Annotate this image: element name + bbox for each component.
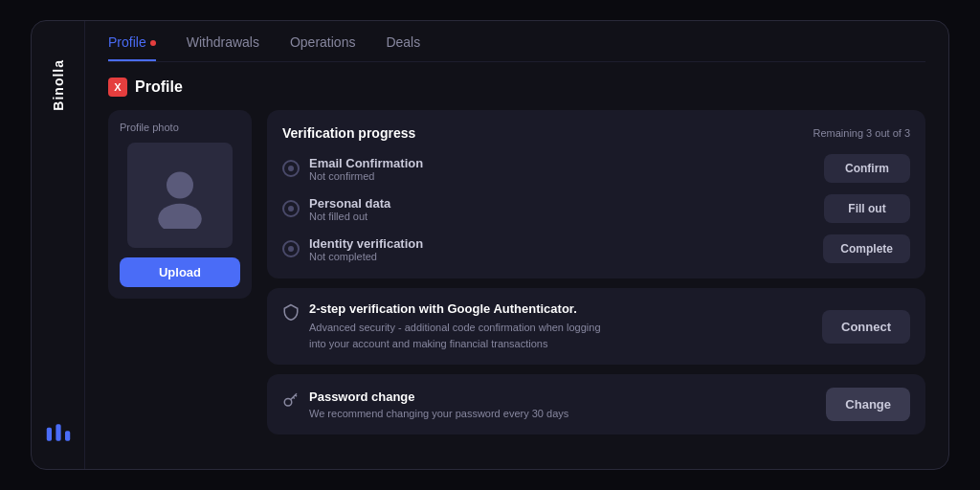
fill-out-button[interactable]: Fill out <box>824 194 910 223</box>
verification-item-identity: Identity verification Not completed Comp… <box>282 234 910 263</box>
svg-point-5 <box>284 399 292 407</box>
verification-item-email: Email Confirmation Not confirmed Confirm <box>282 154 910 183</box>
page-title: Profile <box>135 78 183 96</box>
personal-data-label: Personal data <box>309 196 390 211</box>
verification-item-email-left: Email Confirmation Not confirmed <box>282 156 423 182</box>
verification-card: Verification progress Remaining 3 out of… <box>267 110 925 278</box>
sidebar-brand-icon <box>45 419 72 450</box>
verification-item-identity-text: Identity verification Not completed <box>309 236 423 262</box>
tab-dot <box>150 40 156 46</box>
complete-button[interactable]: Complete <box>823 234 910 263</box>
avatar-placeholder <box>127 143 233 248</box>
tab-withdrawals[interactable]: Withdrawals <box>187 34 259 61</box>
app-name: Binolla <box>51 59 66 111</box>
identity-verification-status: Not completed <box>309 251 423 262</box>
verification-title: Verification progress <box>282 125 415 141</box>
svg-rect-1 <box>56 424 60 441</box>
email-confirmation-status: Not confirmed <box>309 170 423 182</box>
change-password-button[interactable]: Change <box>826 388 910 421</box>
check-circle-personal <box>282 200 300 217</box>
identity-verification-label: Identity verification <box>309 236 423 251</box>
main-content: Profile Withdrawals Operations Deals X P… <box>85 21 948 469</box>
email-confirmation-label: Email Confirmation <box>309 156 423 170</box>
confirm-button[interactable]: Confirm <box>824 154 910 183</box>
tab-operations[interactable]: Operations <box>290 34 355 61</box>
svg-rect-0 <box>46 428 51 441</box>
main-card: Binolla Profile Withdrawals Operations D… <box>31 20 949 470</box>
check-circle-email <box>282 160 300 177</box>
verification-item-identity-left: Identity verification Not completed <box>282 236 423 262</box>
twofa-card: 2-step verification with Google Authenti… <box>267 288 925 365</box>
twofa-left: 2-step verification with Google Authenti… <box>282 301 615 351</box>
twofa-title: 2-step verification with Google Authenti… <box>309 301 615 316</box>
password-description: We recommend changing your password ever… <box>309 408 568 419</box>
password-card: Password change We recommend changing yo… <box>267 374 925 434</box>
key-icon <box>282 391 300 412</box>
twofa-description: Advanced security - additional code conf… <box>309 320 615 351</box>
verification-items: Email Confirmation Not confirmed Confirm <box>282 154 910 263</box>
verification-item-personal-left: Personal data Not filled out <box>282 196 390 222</box>
check-circle-identity <box>282 240 300 257</box>
verification-item-personal: Personal data Not filled out Fill out <box>282 194 910 223</box>
svg-point-4 <box>158 204 202 229</box>
remaining-text: Remaining 3 out of 3 <box>813 127 910 139</box>
content-grid: Profile photo Upload Verification progre <box>108 110 925 454</box>
svg-rect-2 <box>65 431 70 441</box>
upload-button[interactable]: Upload <box>120 257 240 287</box>
tab-profile[interactable]: Profile <box>108 34 156 61</box>
connect-button[interactable]: Connect <box>822 310 910 344</box>
verification-header: Verification progress Remaining 3 out of… <box>282 125 910 141</box>
password-text: Password change We recommend changing yo… <box>309 390 568 419</box>
page-title-row: X Profile <box>108 78 925 97</box>
left-column: Profile photo Upload <box>108 110 252 454</box>
sidebar: Binolla <box>32 21 85 469</box>
tab-deals[interactable]: Deals <box>386 34 420 61</box>
profile-photo-label: Profile photo <box>120 122 179 133</box>
password-title: Password change <box>309 390 568 404</box>
password-left: Password change We recommend changing yo… <box>282 390 568 419</box>
shield-icon <box>282 303 300 324</box>
verification-item-personal-text: Personal data Not filled out <box>309 196 390 222</box>
personal-data-status: Not filled out <box>309 211 390 222</box>
profile-photo-card: Profile photo Upload <box>108 110 252 299</box>
svg-point-3 <box>167 172 193 199</box>
page-title-icon: X <box>108 78 127 97</box>
verification-item-email-text: Email Confirmation Not confirmed <box>309 156 423 182</box>
tabs-bar: Profile Withdrawals Operations Deals <box>108 21 925 62</box>
twofa-text: 2-step verification with Google Authenti… <box>309 301 615 351</box>
right-column: Verification progress Remaining 3 out of… <box>267 110 925 454</box>
